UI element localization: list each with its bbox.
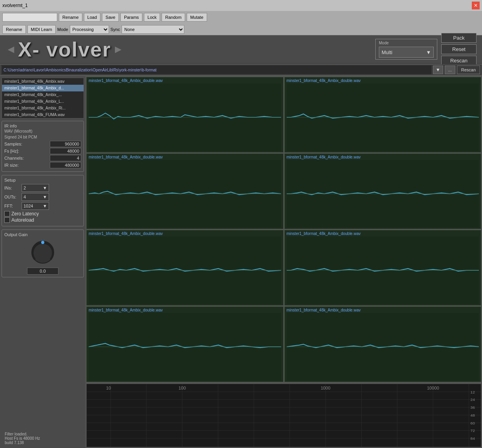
- waveform-filename-2-0: minster1_bformat_48k_Ambix_double.wav: [89, 231, 281, 236]
- close-button[interactable]: ✕: [472, 2, 480, 9]
- ir-fs-row: Fs [Hz]: 48000: [4, 148, 81, 154]
- left-arrow-icon: ◄: [5, 43, 16, 56]
- ir-samples-value: 960000: [50, 141, 81, 147]
- save-button[interactable]: Save: [102, 13, 119, 22]
- ins-value: 2: [24, 186, 26, 190]
- left-panel: minster1_bformat_48k_Ambix.wav minster1_…: [0, 76, 85, 448]
- pack-button[interactable]: Pack: [441, 33, 477, 43]
- waveform-cell-2-1: minster1_bformat_48k_Ambix_double.wav: [284, 230, 482, 306]
- header-buttons: Pack Reset Rescan: [441, 33, 477, 66]
- file-path-dropdown-button[interactable]: ▼: [433, 66, 443, 74]
- ins-chevron: ▼: [43, 186, 47, 190]
- sync-select[interactable]: None Sync: [122, 25, 184, 34]
- setup-title: Setup: [4, 178, 81, 182]
- status-line-3: build 7.138: [5, 441, 81, 445]
- list-item[interactable]: minster1_bformat_48k_Ambix.wav: [2, 78, 84, 85]
- zero-latency-checkbox[interactable]: [4, 211, 10, 217]
- status-line-1: Filter loaded.: [5, 432, 81, 436]
- ir-info-title: IR info: [4, 124, 81, 128]
- mode-select[interactable]: Processing Bypass: [70, 25, 109, 34]
- autoreload-checkbox[interactable]: [4, 217, 10, 223]
- title-bar: xvolvermt_1 ✕: [0, 0, 482, 11]
- toolbar-1: Rename Load Save Params Lock Random Muta…: [0, 11, 482, 24]
- zero-latency-label: Zero Latency: [11, 211, 39, 217]
- lock-button[interactable]: Lock: [144, 13, 160, 22]
- ir-size-label: IR size:: [4, 163, 19, 168]
- load-button[interactable]: Load: [84, 13, 100, 22]
- list-item[interactable]: minster1_bformat_48k_FUMA.wav: [2, 111, 84, 118]
- waveform-canvas-2-1: [287, 237, 479, 304]
- logo-text: X- volver: [18, 38, 111, 61]
- waveform-cell-3-1: minster1_bformat_48k_Ambix_double.wav: [284, 306, 482, 382]
- ir-format: WAV (Microsoft): [4, 129, 81, 133]
- svg-text:48: 48: [470, 413, 475, 417]
- ir-samples-label: Samples:: [4, 142, 22, 146]
- list-item[interactable]: minster1_bformat_48k_Ambix_Ri...: [2, 105, 84, 111]
- fft-chevron: ▼: [43, 204, 47, 208]
- midi-learn-button[interactable]: MIDI Learn: [27, 25, 56, 34]
- waveform-canvas-3-1: [287, 313, 479, 381]
- waveform-cell-3-0: minster1_bformat_48k_Ambix_double.wav: [86, 306, 284, 382]
- file-browse-button[interactable]: ...: [445, 66, 455, 74]
- ir-size-value: 480000: [50, 162, 81, 168]
- svg-text:100: 100: [178, 386, 186, 390]
- output-gain-title: Output Gain: [4, 232, 27, 237]
- mode-label: Mode: [57, 27, 68, 32]
- svg-text:84: 84: [470, 436, 475, 441]
- ins-select[interactable]: 2 ▼: [22, 184, 49, 192]
- outs-select[interactable]: 4 ▼: [22, 193, 49, 201]
- file-list: minster1_bformat_48k_Ambix.wav minster1_…: [2, 78, 84, 118]
- mode-value: Multi: [382, 49, 392, 55]
- zero-latency-row: Zero Latency: [4, 211, 81, 217]
- mode-chevron: ▼: [426, 49, 431, 55]
- random-button[interactable]: Random: [162, 13, 185, 22]
- params-button[interactable]: Params: [120, 13, 142, 22]
- list-item[interactable]: minster1_bformat_48k_Ambix_...: [2, 91, 84, 98]
- preset-input[interactable]: [2, 13, 57, 22]
- setup-outs-row: OUTs: 4 ▼: [4, 193, 81, 201]
- mode-box: Mode Multi ▼: [375, 39, 437, 60]
- waveform-canvas-2-0: [89, 237, 281, 304]
- rename-button[interactable]: Rename: [2, 25, 26, 34]
- header: ◄ X- volver ► Mode Multi ▼ Pack Reset Re…: [0, 35, 482, 64]
- waveform-filename-1-1: minster1_bformat_48k_Ambix_double.wav: [287, 155, 479, 159]
- svg-text:24: 24: [470, 398, 475, 402]
- ir-size-row: IR size: 480000: [4, 162, 81, 168]
- outs-value: 4: [24, 195, 26, 199]
- main-content: minster1_bformat_48k_Ambix.wav minster1_…: [0, 76, 482, 448]
- waveform-canvas-3-0: [89, 313, 281, 381]
- mode-dropdown[interactable]: Multi ▼: [379, 47, 434, 58]
- rename-button-top[interactable]: Rename: [59, 13, 82, 22]
- list-item[interactable]: minster1_bformat_48k_Ambix_d...: [2, 85, 84, 91]
- reset-button[interactable]: Reset: [441, 44, 477, 54]
- waveform-cell-0-1: minster1_bformat_48k_Ambix_double.wav: [284, 77, 482, 153]
- ir-bit-depth: Signed 24 bit PCM: [4, 135, 81, 139]
- waveform-canvas-1-1: [287, 160, 479, 228]
- waveform-canvas-1-0: [89, 160, 281, 228]
- gain-knob[interactable]: [29, 239, 56, 266]
- svg-point-0: [32, 241, 54, 263]
- waveform-filename-3-0: minster1_bformat_48k_Ambix_double.wav: [89, 308, 281, 312]
- list-item[interactable]: minster1_bformat_48k_Ambix_L...: [2, 98, 84, 105]
- rescan-bar-button[interactable]: Rescan: [457, 66, 480, 74]
- waveform-grid: minster1_bformat_48k_Ambix_double.wav mi…: [85, 76, 482, 383]
- ir-samples-row: Samples: 960000: [4, 141, 81, 147]
- ir-channels-label: Channels:: [4, 156, 24, 160]
- status-bar: Filter loaded. Host Fs is 48000 Hz build…: [2, 430, 84, 446]
- waveform-filename-3-1: minster1_bformat_48k_Ambix_double.wav: [287, 308, 479, 312]
- fft-select[interactable]: 1024 ▼: [22, 202, 49, 210]
- ir-info-box: IR info WAV (Microsoft) Signed 24 bit PC…: [2, 121, 84, 172]
- setup-ins-row: INs: 2 ▼: [4, 184, 81, 192]
- waveform-canvas-0-1: [287, 84, 479, 151]
- window-title: xvolvermt_1: [2, 3, 28, 8]
- mutate-button[interactable]: Mutate: [187, 13, 207, 22]
- svg-text:72: 72: [470, 429, 475, 433]
- autoreload-label: Autoreload: [11, 217, 34, 223]
- right-panel: minster1_bformat_48k_Ambix_double.wav mi…: [85, 76, 482, 448]
- mode-box-label: Mode: [379, 41, 389, 45]
- file-browser-bar: C:\Users\adriano\Lavori\AmbisonicsBinaur…: [0, 64, 482, 75]
- svg-text:1000: 1000: [321, 386, 331, 390]
- waveform-cell-1-1: minster1_bformat_48k_Ambix_double.wav: [284, 153, 482, 229]
- waveform-filename-1-0: minster1_bformat_48k_Ambix_double.wav: [89, 155, 281, 159]
- output-gain-box: Output Gain 0.0: [2, 229, 84, 277]
